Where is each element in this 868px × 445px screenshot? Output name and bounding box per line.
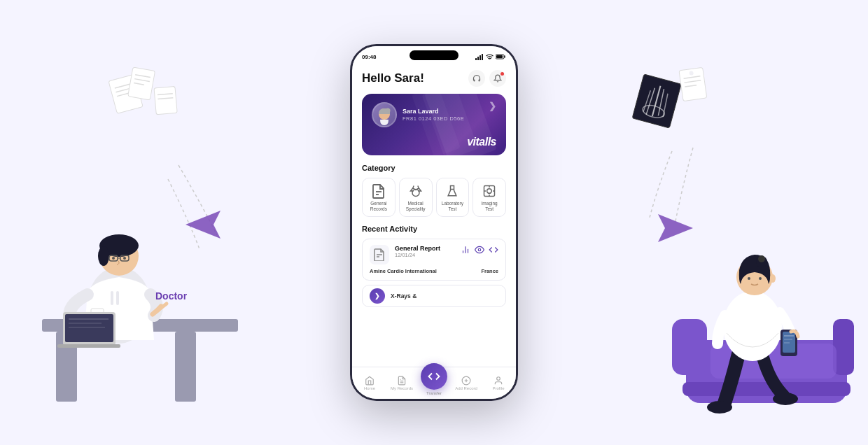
svg-point-61 bbox=[770, 274, 776, 283]
transfer-icon bbox=[428, 370, 440, 383]
svg-rect-24 bbox=[111, 291, 113, 305]
category-item-lab[interactable]: LaboratoryTest bbox=[436, 178, 470, 217]
activity-country: France bbox=[481, 268, 498, 274]
svg-rect-67 bbox=[475, 58, 477, 60]
signal-icon bbox=[475, 54, 484, 60]
headphone-btn[interactable] bbox=[468, 70, 485, 87]
code-icon[interactable] bbox=[489, 245, 498, 255]
activity-card-1[interactable]: General Report 12/01/24 bbox=[362, 239, 506, 281]
nav-records-label: My Records bbox=[391, 386, 413, 390]
activity-icon-box bbox=[370, 245, 389, 264]
phone-notch bbox=[410, 50, 458, 60]
medal-icon bbox=[409, 183, 423, 199]
bell-btn[interactable] bbox=[489, 70, 506, 87]
phone-frame: 09:48 bbox=[350, 44, 518, 401]
activity-date: 12/01/24 bbox=[395, 252, 455, 258]
phone-wrapper: 09:48 bbox=[350, 44, 518, 401]
nav-add-record-label: Add Record bbox=[455, 386, 477, 390]
avatar bbox=[372, 102, 397, 127]
svg-rect-8 bbox=[154, 86, 177, 114]
battery-icon bbox=[496, 54, 506, 59]
nav-home-label: Home bbox=[364, 386, 375, 390]
svg-rect-28 bbox=[65, 314, 113, 342]
activity-card-2-partial[interactable]: ❯ X-Rays & bbox=[362, 285, 506, 307]
nav-transfer-label: Transfer bbox=[426, 391, 442, 395]
svg-marker-11 bbox=[186, 211, 220, 239]
report-doc-icon bbox=[374, 248, 385, 261]
svg-rect-75 bbox=[479, 80, 480, 82]
svg-point-59 bbox=[748, 277, 750, 280]
nav-transfer[interactable]: Transfer bbox=[418, 363, 450, 395]
bell-icon bbox=[493, 74, 502, 83]
svg-point-93 bbox=[478, 248, 481, 251]
svg-rect-69 bbox=[479, 55, 481, 60]
card-brand-icon: ❯ bbox=[489, 101, 496, 111]
category-label-imaging: ImagingTest bbox=[482, 201, 498, 212]
bar-chart-icon[interactable] bbox=[461, 245, 470, 255]
vitalls-circle-icon: ❯ bbox=[370, 288, 385, 304]
screen-content: Hello Sara! bbox=[352, 64, 516, 367]
home-icon bbox=[365, 376, 374, 386]
svg-rect-32 bbox=[57, 344, 120, 348]
transfer-circle-btn[interactable] bbox=[421, 363, 447, 390]
svg-rect-70 bbox=[482, 54, 483, 60]
svg-rect-49 bbox=[672, 319, 707, 375]
svg-point-54 bbox=[773, 393, 798, 405]
svg-point-83 bbox=[487, 189, 492, 194]
id-card: ❯ Sara Lavard FR81 01 bbox=[362, 94, 506, 155]
right-illustration bbox=[602, 39, 868, 445]
category-label-lab: LaboratoryTest bbox=[442, 201, 463, 212]
svg-rect-68 bbox=[477, 57, 479, 60]
svg-rect-51 bbox=[682, 382, 850, 396]
svg-point-58 bbox=[758, 255, 765, 262]
svg-marker-47 bbox=[658, 214, 693, 242]
svg-point-77 bbox=[386, 108, 391, 113]
svg-text:Doctor: Doctor bbox=[155, 290, 188, 302]
activity-actions bbox=[461, 245, 498, 255]
category-item-imaging[interactable]: ImagingTest bbox=[472, 178, 506, 217]
left-illustration: Doctor bbox=[0, 39, 280, 445]
svg-point-18 bbox=[98, 246, 109, 266]
nav-home[interactable]: Home bbox=[354, 376, 386, 390]
recent-activity-title: Recent Activity bbox=[362, 225, 506, 233]
category-grid: GeneralRecords MedicalSpeciality bbox=[362, 178, 506, 217]
user-avatar-icon bbox=[374, 104, 395, 125]
headphone-icon bbox=[472, 74, 481, 83]
wifi-icon bbox=[486, 54, 493, 59]
greeting-text: Hello Sara! bbox=[362, 71, 424, 85]
eye-icon[interactable] bbox=[475, 245, 484, 255]
svg-point-60 bbox=[759, 277, 762, 280]
activity-name: General Report bbox=[395, 245, 455, 252]
add-record-icon bbox=[461, 376, 471, 386]
nav-add-record[interactable]: Add Record bbox=[450, 376, 482, 390]
svg-point-53 bbox=[707, 401, 732, 414]
bottom-nav: Home My Records Transfer bbox=[352, 367, 516, 399]
category-item-records[interactable]: GeneralRecords bbox=[362, 178, 396, 217]
svg-point-19 bbox=[112, 257, 115, 260]
category-title: Category bbox=[362, 164, 506, 172]
notification-dot bbox=[500, 72, 504, 76]
category-item-medical[interactable]: MedicalSpeciality bbox=[399, 178, 433, 217]
header-icons bbox=[468, 70, 506, 87]
nav-profile[interactable]: Profile bbox=[482, 376, 514, 390]
svg-rect-14 bbox=[175, 332, 196, 402]
svg-rect-4 bbox=[128, 67, 155, 100]
records-icon bbox=[397, 376, 407, 386]
svg-point-55 bbox=[723, 291, 782, 361]
activity-partial-name: X-Rays & bbox=[391, 292, 416, 299]
category-label-medical: MedicalSpeciality bbox=[406, 201, 426, 212]
status-time: 09:48 bbox=[362, 54, 376, 60]
svg-rect-63 bbox=[783, 332, 795, 353]
status-icons bbox=[475, 54, 506, 60]
category-label-records: GeneralRecords bbox=[370, 201, 387, 212]
nav-my-records[interactable]: My Records bbox=[386, 376, 418, 390]
document-icon bbox=[372, 183, 386, 199]
svg-point-20 bbox=[123, 257, 126, 260]
svg-point-99 bbox=[497, 377, 500, 381]
svg-point-71 bbox=[489, 59, 491, 59]
nav-profile-label: Profile bbox=[492, 386, 504, 390]
profile-icon bbox=[493, 376, 503, 386]
screen-header: Hello Sara! bbox=[362, 70, 506, 87]
svg-rect-74 bbox=[474, 80, 475, 82]
svg-rect-73 bbox=[496, 55, 503, 58]
